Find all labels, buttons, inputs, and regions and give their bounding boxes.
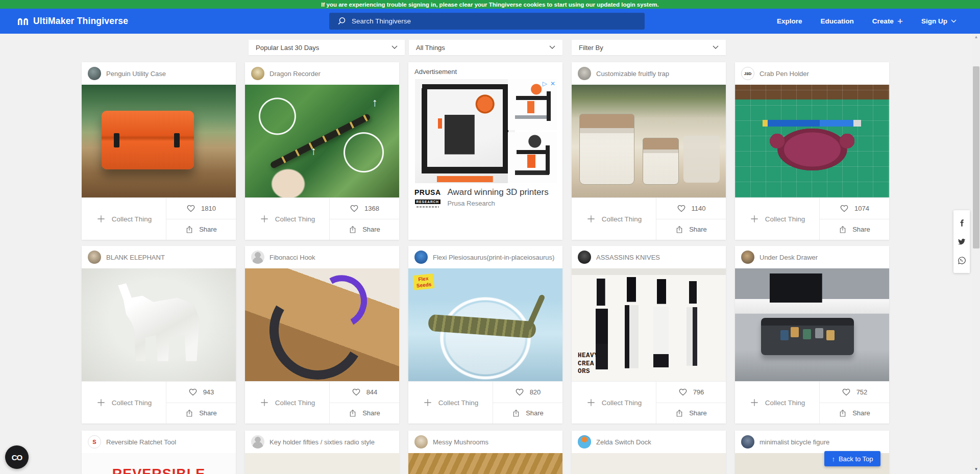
creator-avatar[interactable] [414, 435, 428, 448]
like-button[interactable]: 796 [656, 382, 726, 403]
card-row: Penguin Utility Case Collect Thing 1810 … [82, 62, 889, 240]
thing-title[interactable]: Messy Mushrooms [433, 438, 488, 446]
thing-thumbnail[interactable] [572, 85, 726, 197]
collect-thing-button[interactable]: Collect Thing [735, 382, 820, 423]
thing-title[interactable]: Reversible Ratchet Tool [106, 438, 176, 446]
like-button[interactable]: 752 [820, 382, 889, 403]
share-button[interactable]: Share [820, 403, 889, 424]
creator-avatar[interactable]: S [88, 435, 101, 448]
thing-thumbnail[interactable] [735, 85, 889, 197]
thing-thumbnail[interactable] [408, 453, 562, 474]
creator-avatar[interactable] [578, 251, 591, 264]
share-button[interactable]: Share [330, 219, 399, 240]
collect-thing-button[interactable]: Collect Thing [82, 198, 166, 240]
collect-thing-button[interactable]: Collect Thing [245, 198, 330, 240]
collect-thing-label: Collect Thing [112, 215, 152, 223]
like-button[interactable]: 1074 [820, 198, 889, 219]
nav-sign-up[interactable]: Sign Up [921, 17, 957, 25]
creator-avatar[interactable] [88, 251, 101, 264]
creator-avatar[interactable] [251, 435, 264, 448]
thing-title[interactable]: Key holder fifties / sixties radio style [270, 438, 375, 446]
advertisement-label: Advertisement [408, 62, 562, 79]
thing-title[interactable]: Crab Pen Holder [760, 70, 809, 78]
share-button[interactable]: Share [330, 403, 399, 424]
thing-card-footer: Collect Thing 1074 Share [735, 197, 889, 240]
like-count: 844 [366, 388, 378, 396]
collect-thing-button[interactable]: Collect Thing [245, 382, 330, 423]
share-button[interactable]: Share [656, 403, 726, 424]
creator-avatar[interactable] [251, 67, 264, 80]
share-button[interactable]: Share [493, 403, 562, 424]
scrollbar-up-arrow[interactable]: ▲ [972, 35, 980, 41]
thing-title[interactable]: Flexi Plesiosaurus(print-in-placeiosauru… [433, 254, 554, 261]
share-button[interactable]: Share [166, 403, 236, 424]
thing-thumbnail[interactable] [245, 268, 399, 381]
thing-card: BLANK ELEPHANT Collect Thing 943 Share [82, 246, 236, 423]
whatsapp-share-button[interactable] [953, 251, 970, 270]
collect-thing-button[interactable]: Collect Thing [408, 382, 493, 423]
thing-title[interactable]: ASSASSINS KNIVES [596, 254, 660, 261]
adchoices-icon[interactable]: ▷ [543, 80, 547, 87]
thing-thumbnail[interactable] [245, 453, 399, 474]
scrollbar-thumb[interactable] [973, 66, 979, 248]
thing-thumbnail[interactable]: REVERSIBLE [82, 453, 236, 474]
creator-avatar[interactable] [741, 435, 754, 448]
like-button[interactable]: 1140 [656, 198, 726, 219]
like-button[interactable]: 1810 [166, 198, 236, 219]
thing-title[interactable]: minimalist bicycle figure [760, 438, 829, 446]
creator-avatar[interactable] [88, 67, 101, 80]
creator-avatar[interactable] [578, 67, 591, 80]
like-count: 752 [856, 388, 868, 396]
share-button[interactable]: Share [166, 219, 236, 240]
advertisement-creative[interactable]: ▷ ✕ [414, 79, 557, 183]
creator-avatar[interactable] [578, 435, 591, 448]
like-button[interactable]: 1368 [330, 198, 399, 219]
thing-thumbnail[interactable]: HEAVY CREA ORS [572, 268, 726, 381]
like-button[interactable]: 943 [166, 382, 236, 403]
thing-title[interactable]: Under Desk Drawer [760, 254, 818, 261]
thing-title[interactable]: Dragon Recorder [270, 70, 321, 78]
creator-avatar[interactable] [251, 251, 264, 264]
thing-title[interactable]: Fibonacci Hook [270, 254, 315, 261]
like-button[interactable]: 820 [493, 382, 562, 403]
like-count: 1810 [201, 205, 216, 212]
collect-thing-button[interactable]: Collect Thing [572, 198, 656, 240]
creator-avatar[interactable]: J3D [741, 67, 754, 80]
collect-thing-button[interactable]: Collect Thing [82, 382, 166, 423]
thing-title[interactable]: BLANK ELEPHANT [106, 254, 165, 261]
thing-title[interactable]: Customizable fruitfly trap [596, 70, 669, 78]
ad-close-icon[interactable]: ✕ [550, 80, 555, 87]
thing-thumbnail[interactable] [245, 85, 399, 197]
twitter-share-button[interactable] [953, 232, 970, 251]
plus-icon [96, 214, 106, 224]
creator-avatar[interactable] [741, 251, 754, 264]
thing-title[interactable]: Zelda Switch Dock [596, 438, 651, 446]
ad-headline[interactable]: Award winning 3D printers [448, 187, 549, 197]
share-icon [839, 226, 847, 234]
creator-avatar[interactable] [414, 251, 428, 264]
thing-thumbnail[interactable] [82, 268, 236, 381]
scrollbar-down-arrow[interactable]: ▼ [972, 467, 980, 473]
share-button[interactable]: Share [820, 219, 889, 240]
collect-thing-button[interactable]: Collect Thing [572, 382, 656, 423]
thing-title[interactable]: Penguin Utility Case [106, 70, 166, 78]
thing-thumbnail[interactable] [735, 268, 889, 381]
social-share-sidebar [953, 210, 970, 273]
collect-thing-button[interactable]: Collect Thing [735, 198, 820, 240]
facebook-share-button[interactable] [953, 213, 970, 232]
ad-advertiser: Prusa Research [448, 199, 549, 207]
ultimaker-mark-icon [17, 17, 29, 26]
thing-thumbnail[interactable] [82, 85, 236, 197]
back-to-top-button[interactable]: ↑ Back to Top [824, 451, 880, 466]
thing-thumbnail[interactable]: Flex Seeds [408, 268, 562, 381]
thing-card: Zelda Switch Dock Collect Thing Share [572, 431, 726, 474]
share-icon [675, 226, 683, 234]
heart-icon [188, 388, 198, 396]
thing-card-footer: Collect Thing 1140 Share [572, 197, 726, 240]
share-button[interactable]: Share [656, 219, 726, 240]
thing-card: Messy Mushrooms Collect Thing Share [408, 431, 562, 474]
cookie-settings-widget[interactable]: CO [5, 445, 29, 469]
thing-thumbnail[interactable] [572, 453, 726, 474]
advertisement-card: Advertisement ▷ ✕ PRUSA RESEARCH Award w… [408, 62, 562, 240]
like-button[interactable]: 844 [330, 382, 399, 403]
